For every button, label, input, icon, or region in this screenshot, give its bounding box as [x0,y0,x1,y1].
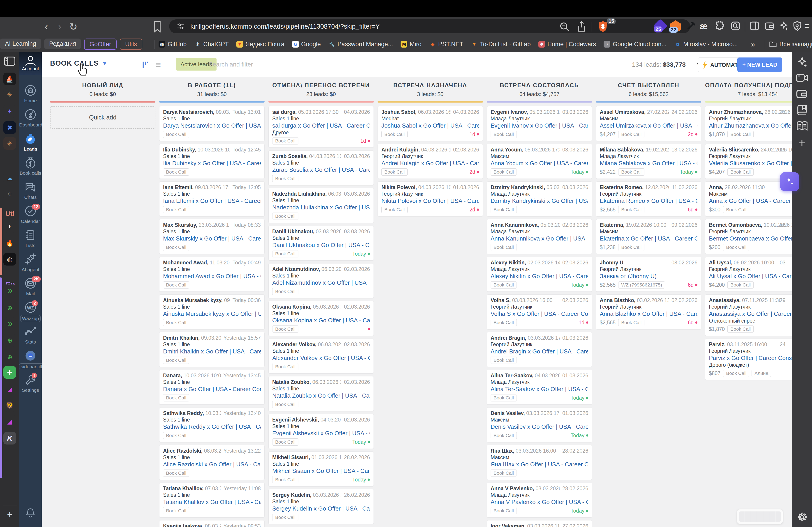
lead-card[interactable]: Ilia Dubinsky, 10.03.2026 10:00Today 12:… [159,144,264,179]
lead-link[interactable]: Tatiana Khalilov x Go Offer | USA - Care… [163,498,261,506]
lead-card[interactable]: Mohammed Awad, 11.03.2026 14:30Today 00:… [159,257,264,292]
lead-link[interactable]: Ekaterina x Go Offer | USA - Career Cons… [600,235,697,242]
lead-card[interactable]: Anna Blazhko, 03.02.2026 13:0002.02.2026… [596,295,701,329]
lead-link[interactable]: Max Skurskiy x Go Offer | USA - Career C… [163,235,261,242]
lead-link[interactable]: Alexey Nikitin x Go Offer | USA - Career… [491,272,588,280]
lead-link[interactable]: Volha S x Go Offer | USA - Career Consul… [491,310,588,318]
lead-link[interactable]: Evgenii Alshevskii x Go Offer | USA - Ca… [272,430,370,437]
menu-hamburger-icon[interactable]: ≡ [804,22,809,30]
app-x-dark[interactable]: ✖ [3,121,16,134]
lead-card[interactable]: Evgenii Ivanov, 05.03.2026 17:3003.03.20… [487,106,592,141]
tab-group-1[interactable]: AI Learning [0,39,41,49]
app-green-plus-2[interactable]: ⊕ [3,302,16,314]
lead-link[interactable]: Daniil Ukhnakou x Go Offer | USA - Caree… [272,241,370,249]
lead-card[interactable]: Ainuska Mursabek kyzy, 09.03.2026 16:00T… [159,295,264,329]
sidebar-item-dashboard[interactable]: Dashboard [19,109,42,127]
app-green-plus-3[interactable]: ⊕ [3,317,16,330]
bookmark-item[interactable]: ▼To-Do List · GitLab [471,41,531,48]
app-brave[interactable]: 🦁 [3,399,16,411]
lead-link[interactable]: Mohammed Awad x Go Offer | USA - Career … [163,272,261,280]
app-asterisk[interactable]: ✳ [3,88,16,101]
lead-card[interactable]: Яна Шах, 03.03.2026 16:0028.02.2026Макси… [487,445,592,480]
leo-ai-icon[interactable] [796,56,808,68]
quick-add-button[interactable]: Quick add [50,106,156,129]
lead-link[interactable]: Sergey Kudelin x Go Offer | USA - Career… [272,505,370,512]
lead-card[interactable]: Alexey Nikitin, 02.03.2026 14:3002.03.20… [487,257,592,292]
sidebar-item-calendar[interactable]: Calendar12 [19,205,42,224]
app-pattern[interactable]: ◍ [3,253,16,266]
lead-link[interactable]: Sathwika Reddy x Go Offer | USA - Career… [163,423,261,431]
lead-link[interactable]: Mikheil Sisauri x Go Offer | USA - Caree… [272,467,370,475]
lead-card[interactable]: Ekaterina, 19.02.2026 10:0009.02.2026Мак… [596,219,701,254]
new-lead-button[interactable]: + NEW LEAD [737,58,782,72]
lead-link[interactable]: Ekaterina Romeo x Go Offer | USA - Caree… [600,197,697,205]
lead-link[interactable]: Anna Kanunnikova x Go Offer | USA - Care… [491,235,588,242]
sidebar-item-settings[interactable]: Settings! [19,374,42,393]
lead-link[interactable]: Nikita Polevoi x Go Offer | USA - Career… [381,197,479,205]
tab-group-3[interactable]: GoOffer [84,39,117,50]
lead-link[interactable]: Natalia Zoubko x Go Offer | USA - Career… [272,392,370,400]
zoom-out-icon[interactable] [560,21,570,32]
lead-card[interactable]: Mikheil Sisauri, 01.03.2026 17:3028.02.2… [269,451,374,486]
lead-card[interactable]: Sergey Kudelin, 03.03.2026 10:0026.02.20… [269,489,374,524]
bookmark-item[interactable]: GGoogle [292,41,321,48]
bookmark-item[interactable]: ✳ChatGPT [194,41,229,48]
app-shape[interactable]: ◗ [3,220,16,232]
list-view-icon[interactable]: ≡ [156,60,161,70]
lead-link[interactable]: sai durga x Go Offer | USA - Career Cons… [272,122,370,130]
sidebar-item-account[interactable]: Account [19,52,42,75]
app-sheets-plus[interactable]: ✚ [3,366,16,379]
lead-card[interactable]: Anna Kanunnikova, 05.03.2026 10:0002.03.… [487,219,592,254]
app-grafana[interactable]: 🔥 [3,237,16,249]
lead-link[interactable]: Anna Yocum x Go Offer | USA - Career Con… [491,160,588,167]
lead-link[interactable]: Adel Nizamutdinov x Go Offer | USA - Car… [272,279,370,286]
app-cloud[interactable]: ☁ [3,172,16,184]
lead-link[interactable]: Milana Sablakova x Go Offer | USA - Care… [600,160,697,167]
lead-link[interactable]: Joshua Sabol x Go Offer | USA - Career C… [381,122,479,130]
search-box-icon[interactable] [730,21,741,31]
extensions-puzzle-icon[interactable] [714,21,725,31]
app-miro-1[interactable]: ◢ [3,383,16,395]
new-tab-button[interactable]: + [3,508,16,521]
lead-link[interactable]: Nadezhda Liuliakhina x Go Offer | USA - … [272,204,370,211]
lead-card[interactable]: Evgenii Alshevskii, 04.03.2026 17:3002.0… [269,414,374,449]
lead-link[interactable]: Ainuska Mursabek kyzy x Go Offer | USA -… [163,310,261,318]
lead-card[interactable]: Darya Nestsiarovich, 09.03.2026 14:30Tod… [159,106,264,141]
lead-card[interactable]: Danara, 10.03.2026 10:00Yesterday 13:45S… [159,370,264,405]
lead-link[interactable]: Заявка от (Jhonny U) [600,272,697,280]
wallet-icon[interactable] [764,21,774,31]
lead-card[interactable]: Max Skurskiy, 23.03.2026 17:30Today 08:3… [159,219,264,254]
lead-card[interactable]: Anna V Pavlenko, 03.03.2026 17:3028.02.2… [487,483,592,517]
lead-card[interactable]: Igor Vaksman, 03.03.2026 11:3027.02.2026… [487,520,592,527]
app-kommo[interactable]: K [3,432,16,445]
lead-link[interactable]: Assel Umirzakova x Go Offer | USA - Care… [600,122,697,130]
sidebar-item-chats[interactable]: Chats [19,181,42,200]
ext-ae-icon[interactable]: æ [700,21,708,31]
lead-link[interactable]: Denis Vasilev x Go Offer | USA - Career … [491,423,588,431]
lead-link[interactable]: Anna V Pavlenko x Go Offer | USA - Caree… [491,498,588,506]
settings-gear-icon[interactable] [796,512,808,523]
sidebar-item-mail[interactable]: Mail2K [19,277,42,297]
vpn-shield-icon[interactable] [792,21,802,31]
lead-link[interactable]: Darya Nestsiarovich x Go Offer | USA - C… [163,122,261,130]
lead-link[interactable]: Яна Шах x Go Offer | USA - Career Consul… [491,461,588,468]
lead-card[interactable]: Volha S, 03.03.2026 16:0002.03.2026Георг… [487,295,592,329]
app-green-plus-4[interactable]: ⊕ [3,334,16,347]
bookmark-item[interactable]: ◍GitHub [159,41,187,48]
lead-card[interactable]: Jhonny U 08.02.2026Георгий ЛазутчикЗаявк… [596,257,701,292]
bookmark-flag-icon[interactable] [154,21,161,32]
all-bookmarks-button[interactable]: Все закладки [769,41,812,48]
sidebar-toggle-icon[interactable] [4,57,15,65]
lead-link[interactable]: Ilia Dubinsky x Go Offer | USA - Career … [163,160,261,167]
lead-card[interactable]: Alina Ter-Saakov, 04.03.2026 11:3001.03.… [487,370,592,405]
lead-link[interactable]: Alice Razdolski x Go Offer | USA - Caree… [163,461,261,468]
video-call-icon[interactable] [796,73,808,83]
lead-card[interactable]: Andrei Kulagin, 04.03.2026 11:3002.03.20… [378,144,483,179]
kanban-view-icon[interactable] [141,60,149,69]
bookmark-item[interactable]: ▼Яндекс Почта [236,41,285,48]
bookmark-item[interactable]: ❖Home | Codewars [538,41,596,48]
sidebar-item-home[interactable]: Home [19,85,42,104]
lead-link[interactable]: Dzmitry Kandrykinski x Go Offer | USA - … [491,197,588,205]
lead-link[interactable]: Danara x Go Offer | USA - Career Consult… [163,386,261,393]
app-ring[interactable]: ◌ [3,187,16,200]
